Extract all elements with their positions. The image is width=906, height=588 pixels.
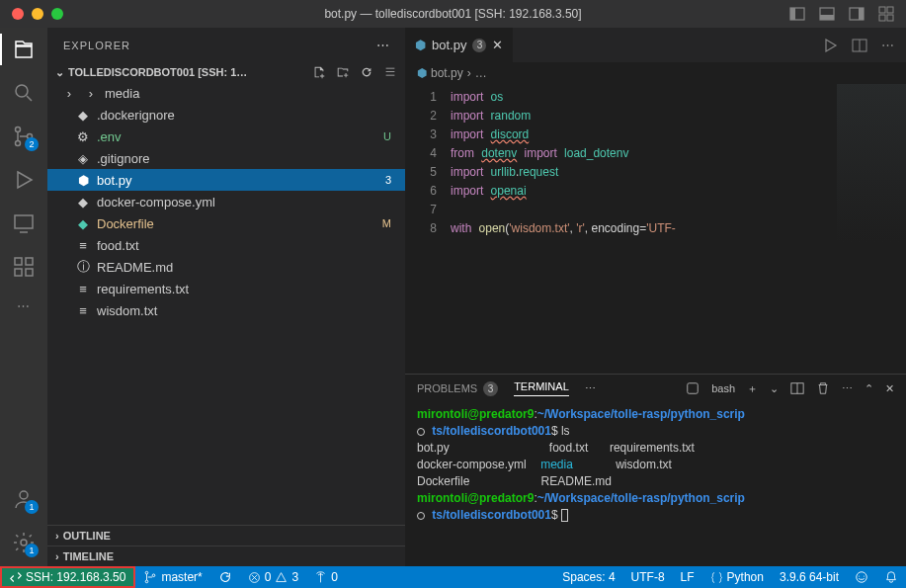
tab-problems[interactable]: PROBLEMS 3 [417,381,498,396]
explorer-more-icon[interactable]: ⋯ [376,38,389,52]
gear-icon: ⚙ [75,129,91,144]
collapse-all-icon[interactable] [383,65,397,79]
line-number: 7 [405,201,437,219]
settings-badge: 1 [25,544,39,557]
notifications-icon[interactable] [876,566,906,588]
source-control-icon[interactable]: 2 [12,125,36,148]
extensions-icon[interactable] [12,255,36,279]
sync-icon [218,570,232,584]
layout-sidebar-left-icon[interactable] [789,6,805,22]
timeline-section[interactable]: › TIMELINE [47,546,405,566]
text-icon: ≡ [75,303,91,318]
file-item[interactable]: ≡food.txt [47,234,405,256]
shell-icon [686,381,700,395]
additional-views-icon[interactable]: ⋯ [17,298,32,313]
tab-terminal[interactable]: TERMINAL [514,380,569,396]
file-item[interactable]: ⚙.envU [47,126,405,147]
run-icon[interactable] [822,38,838,53]
tab-label: bot.py [432,38,466,52]
window-maximize-icon[interactable] [51,8,63,20]
file-item[interactable]: ⬢bot.py3 [47,169,405,191]
chevron-right-icon: › [55,530,59,542]
outline-label: OUTLINE [63,530,111,542]
panel-maximize-icon[interactable]: ⌃ [865,382,873,395]
braces-icon [710,571,723,584]
folder-name: TOLLEDISCORDBOT001 [SSH: 1… [68,66,247,78]
remote-indicator[interactable]: SSH: 192.168.3.50 [0,566,135,588]
refresh-icon[interactable] [360,65,373,79]
layout-panel-icon[interactable] [819,6,835,22]
window-close-icon[interactable] [12,8,24,20]
svg-point-32 [857,572,867,583]
svg-point-13 [16,141,21,146]
panel-close-icon[interactable]: ✕ [885,382,894,395]
folder-section-header[interactable]: ⌄ TOLLEDISCORDBOT001 [SSH: 1… [47,62,405,82]
svg-rect-8 [879,15,885,21]
file-name: food.txt [97,238,391,253]
file-item[interactable]: ⓘREADME.md [47,256,405,278]
remote-explorer-icon[interactable] [12,211,36,235]
problems-status[interactable]: 0 3 [240,566,306,588]
minimap[interactable] [837,84,906,242]
language-status[interactable]: Python [702,566,772,588]
split-editor-icon[interactable] [852,38,867,53]
code-editor[interactable]: import os import random import discord f… [451,84,676,374]
svg-point-12 [16,127,21,132]
file-item[interactable]: ◆.dockerignore [47,104,405,126]
info-icon: ⓘ [75,258,91,276]
file-name: bot.py [97,173,379,188]
sync-button[interactable] [210,566,240,588]
file-item[interactable]: ◈.gitignore [47,147,405,169]
run-debug-icon[interactable] [12,168,36,192]
layout-sidebar-right-icon[interactable] [849,6,865,22]
accounts-icon[interactable]: 1 [12,487,36,511]
terminal-output[interactable]: mirontoli@predator9:~/Workspace/tolle-ra… [405,402,906,528]
file-item[interactable]: ≡requirements.txt [47,278,405,299]
indent-status[interactable]: Spaces: 4 [554,566,622,588]
panel-overflow-icon[interactable]: ⋯ [842,382,853,395]
chevron-down-icon[interactable]: ⌄ [770,382,779,395]
file-item[interactable]: ◆docker-compose.yml [47,191,405,212]
layout-customize-icon[interactable] [878,6,894,22]
close-icon[interactable]: ✕ [492,38,503,52]
new-file-icon[interactable] [312,65,326,79]
svg-point-30 [153,574,156,577]
split-terminal-icon[interactable] [790,381,804,395]
folder-item[interactable]: ››media [47,82,405,104]
shell-name[interactable]: bash [711,382,735,394]
breadcrumb[interactable]: ⬢ bot.py › … [405,62,906,84]
window-minimize-icon[interactable] [32,8,43,20]
tab-problems-badge: 3 [472,39,486,52]
new-terminal-icon[interactable]: ＋ [747,381,758,396]
new-folder-icon[interactable] [336,65,350,79]
eol-status[interactable]: LF [673,566,702,588]
tab-bot-py[interactable]: ⬢ bot.py 3 ✕ [405,28,514,62]
svg-rect-6 [879,7,885,13]
svg-point-29 [146,580,149,583]
docker-icon: ◆ [75,108,91,123]
trash-icon[interactable] [816,381,830,395]
search-icon[interactable] [12,81,36,105]
panel-more-icon[interactable]: ⋯ [585,382,596,395]
file-item[interactable]: ≡wisdom.txt [47,299,405,321]
file-name: media [105,86,391,101]
svg-point-21 [20,491,28,499]
file-item[interactable]: ◆DockerfileM [47,212,405,234]
warning-icon [275,571,288,584]
error-icon [248,571,261,584]
ports-status[interactable]: 0 [306,566,346,588]
problems-count: 3 [483,381,498,396]
git-branch[interactable]: master* [135,566,209,588]
chevron-right-icon: › [467,66,471,80]
svg-rect-20 [26,258,33,265]
explorer-icon[interactable] [12,38,36,61]
git-status: U [383,130,391,142]
more-icon[interactable]: ⋯ [881,38,894,53]
breadcrumb-more: … [475,66,487,80]
encoding-status[interactable]: UTF-8 [623,566,673,588]
feedback-icon[interactable] [847,566,876,588]
settings-icon[interactable]: 1 [12,531,36,554]
interpreter-status[interactable]: 3.9.6 64-bit [772,566,847,588]
svg-rect-15 [15,215,33,228]
outline-section[interactable]: › OUTLINE [47,525,405,546]
